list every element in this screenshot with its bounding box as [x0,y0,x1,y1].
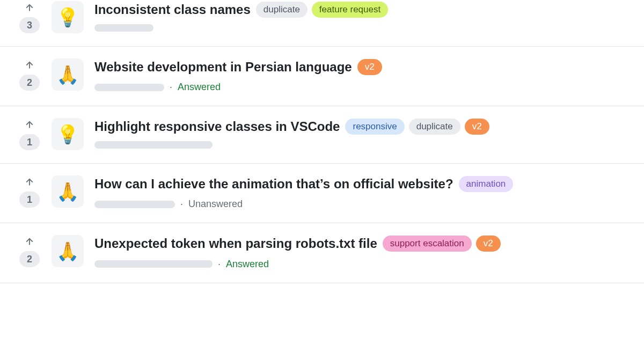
upvote-arrow-icon[interactable] [24,1,35,13]
status-badge: Answered [178,82,221,93]
labels: duplicatefeature request [256,2,388,18]
upvote-arrow-icon[interactable] [24,235,35,247]
upvote-arrow-icon[interactable] [24,175,35,187]
labels: responsiveduplicatev2 [345,119,489,135]
vote-count: 1 [19,192,40,208]
title-line: Inconsistent class namesduplicatefeature… [94,1,631,18]
label-pill[interactable]: animation [459,176,514,192]
upvote-arrow-icon[interactable] [24,58,35,70]
author-placeholder [94,84,164,91]
label-pill[interactable]: duplicate [409,119,460,135]
author-placeholder [94,141,213,149]
discussion-row: 2🙏Unexpected token when parsing robots.t… [0,223,644,283]
discussion-title[interactable]: Highlight responsive classes in VSCode [94,118,340,135]
labels: animation [459,176,514,192]
status-badge: Unanswered [188,199,243,210]
label-pill[interactable]: responsive [345,119,404,135]
discussion-content: How can I achieve the animation that’s o… [94,174,631,210]
status-badge: Answered [226,259,269,270]
vote-column: 1 [18,117,41,150]
discussion-title[interactable]: How can I achieve the animation that’s o… [94,175,453,192]
vote-column: 2 [18,57,41,91]
label-pill[interactable]: v2 [465,119,489,135]
title-line: Website development in Persian languagev… [94,58,631,75]
category-emoji-icon: 💡 [52,1,84,33]
discussion-row: 3💡Inconsistent class namesduplicatefeatu… [0,0,644,47]
author-placeholder [94,201,175,208]
label-pill[interactable]: v2 [357,59,382,75]
author-placeholder [94,24,153,32]
meta-line: ·Unanswered [94,199,631,210]
discussion-title[interactable]: Inconsistent class names [94,1,251,18]
discussion-content: Website development in Persian languagev… [94,57,631,93]
meta-line: ·Answered [94,259,631,270]
vote-count: 3 [19,17,40,33]
labels: support escalationv2 [383,236,501,252]
author-placeholder [94,260,213,268]
discussion-content: Inconsistent class namesduplicatefeature… [94,0,631,32]
separator-dot: · [180,199,183,210]
meta-line [94,141,631,149]
vote-column: 2 [18,234,41,267]
vote-count: 1 [19,134,40,150]
category-emoji-icon: 🙏 [52,175,84,208]
upvote-arrow-icon[interactable] [24,118,35,130]
discussion-row: 2🙏Website development in Persian languag… [0,47,644,106]
title-line: How can I achieve the animation that’s o… [94,175,631,192]
discussion-title[interactable]: Website development in Persian language [94,58,352,75]
vote-count: 2 [19,251,40,267]
category-emoji-icon: 🙏 [52,235,84,267]
labels: v2 [357,59,382,75]
label-pill[interactable]: feature request [312,2,388,18]
discussion-row: 1🙏How can I achieve the animation that’s… [0,164,644,223]
label-pill[interactable]: duplicate [256,2,308,18]
label-pill[interactable]: v2 [476,236,501,252]
vote-column: 1 [18,174,41,208]
discussion-content: Highlight responsive classes in VSCodere… [94,117,631,149]
label-pill[interactable]: support escalation [383,236,472,252]
vote-count: 2 [19,75,40,91]
separator-dot: · [170,82,172,93]
meta-line [94,24,631,32]
category-emoji-icon: 💡 [52,118,84,150]
category-emoji-icon: 🙏 [52,58,84,91]
title-line: Highlight responsive classes in VSCodere… [94,118,631,135]
separator-dot: · [218,259,221,270]
discussion-content: Unexpected token when parsing robots.txt… [94,234,631,269]
meta-line: ·Answered [94,82,631,93]
discussion-row: 1💡Highlight responsive classes in VSCode… [0,106,644,164]
vote-column: 3 [18,0,41,33]
discussion-title[interactable]: Unexpected token when parsing robots.txt… [94,235,377,252]
title-line: Unexpected token when parsing robots.txt… [94,235,631,252]
